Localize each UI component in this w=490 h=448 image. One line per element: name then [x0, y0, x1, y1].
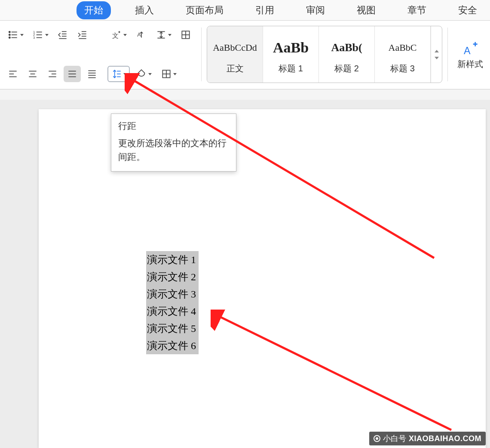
document-line[interactable]: 演示文件 1: [146, 251, 199, 268]
svg-text:A: A: [464, 45, 471, 56]
style-label: 正文: [227, 63, 244, 74]
align-left-button[interactable]: [4, 66, 21, 82]
insert-table-button[interactable]: [177, 27, 194, 43]
document-selection[interactable]: 演示文件 1 演示文件 2 演示文件 3 演示文件 4 演示文件 5 演示文件 …: [146, 251, 199, 354]
svg-point-4: [9, 37, 10, 38]
bulleted-list-button[interactable]: [4, 27, 27, 43]
style-heading-2[interactable]: AaBb( 标题 2: [319, 26, 375, 83]
align-justify-button[interactable]: [64, 66, 81, 82]
text-effects-group: 文 A: [106, 24, 196, 85]
tab-insert[interactable]: 插入: [127, 1, 162, 19]
decrease-indent-button[interactable]: [54, 27, 71, 43]
tab-review[interactable]: 审阅: [298, 1, 333, 19]
text-direction-button[interactable]: A: [132, 27, 150, 43]
character-spacing-button[interactable]: [152, 27, 175, 43]
tab-start[interactable]: 开始: [77, 1, 111, 19]
svg-text:文: 文: [112, 32, 119, 39]
align-right-button[interactable]: [44, 66, 61, 82]
shading-button[interactable]: [132, 66, 155, 82]
style-label: 标题 3: [390, 63, 415, 74]
document-line[interactable]: 演示文件 4: [146, 303, 199, 320]
chevron-up-icon[interactable]: [435, 50, 439, 52]
style-heading-1[interactable]: AaBb 标题 1: [263, 26, 319, 83]
style-sample: AaBb: [273, 34, 309, 61]
style-sample: AaBbCcDd: [213, 34, 257, 61]
document-line[interactable]: 演示文件 3: [146, 285, 199, 303]
ribbon-separator: [447, 28, 448, 81]
style-body-text[interactable]: AaBbCcDd 正文: [207, 26, 263, 83]
style-label: 标题 2: [334, 63, 359, 74]
tab-references[interactable]: 引用: [248, 1, 282, 19]
line-spacing-button[interactable]: [107, 66, 130, 82]
style-heading-3[interactable]: AaBbC 标题 3: [375, 26, 431, 83]
phonetic-guide-button[interactable]: 文: [107, 27, 130, 43]
tab-security[interactable]: 安全: [450, 1, 485, 19]
document-line[interactable]: 演示文件 6: [146, 337, 199, 354]
style-sample: AaBbC: [389, 34, 417, 61]
new-style-button[interactable]: A 新样式: [453, 24, 486, 85]
borders-button[interactable]: [157, 66, 180, 82]
style-sample: AaBb(: [331, 34, 362, 61]
styles-gallery[interactable]: AaBbCcDd 正文 AaBb 标题 1 AaBb( 标题 2 AaBbC 标…: [207, 26, 442, 83]
chevron-down-icon[interactable]: [435, 57, 439, 59]
numbered-list-button[interactable]: 123: [29, 27, 52, 43]
document-page[interactable]: 演示文件 1 演示文件 2 演示文件 3 演示文件 4 演示文件 5 演示文件 …: [39, 109, 486, 448]
ribbon-tabbar: 开始 插入 页面布局 引用 审阅 视图 章节 安全: [0, 0, 490, 21]
ribbon: 123: [0, 21, 490, 89]
watermark-badge: 小白号 XIAOBAIHAO.COM: [369, 432, 486, 445]
tab-view[interactable]: 视图: [349, 1, 383, 19]
document-line[interactable]: 演示文件 2: [146, 268, 199, 285]
watermark-name: 小白号: [383, 433, 406, 444]
tooltip-title: 行距: [118, 120, 229, 132]
tab-layout[interactable]: 页面布局: [178, 1, 231, 19]
line-spacing-tooltip: 行距 更改所选段落中的文本的行间距。: [111, 114, 236, 172]
paragraph-group: 123: [3, 24, 102, 85]
document-line[interactable]: 演示文件 5: [146, 320, 199, 337]
broadcast-icon: [374, 435, 380, 442]
svg-text:3: 3: [33, 36, 35, 40]
styles-gallery-scroll[interactable]: [431, 26, 442, 83]
align-center-button[interactable]: [24, 66, 41, 82]
ribbon-separator: [201, 28, 202, 81]
svg-point-2: [9, 34, 10, 35]
align-distributed-button[interactable]: [83, 66, 101, 82]
style-label: 标题 1: [279, 63, 303, 74]
new-style-label: 新样式: [457, 58, 483, 70]
increase-indent-button[interactable]: [74, 27, 91, 43]
tooltip-body: 更改所选段落中的文本的行间距。: [118, 136, 229, 163]
workspace: 演示文件 1 演示文件 2 演示文件 3 演示文件 4 演示文件 5 演示文件 …: [0, 100, 490, 448]
watermark-domain: XIAOBAIHAO.COM: [409, 434, 481, 443]
svg-point-0: [9, 31, 10, 33]
tab-chapter[interactable]: 章节: [400, 1, 434, 19]
